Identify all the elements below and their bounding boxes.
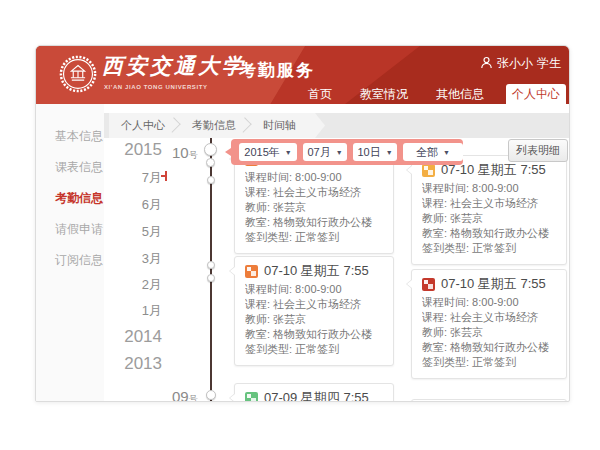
page: 西安交通大学 XI'AN JIAO TONG UNIVERSITY 考勤服务 张…	[0, 0, 600, 450]
content-area: 个人中心 考勤信息 时间轴 2015 7月 6月 5月 3月 2月 1月 201…	[104, 104, 569, 402]
sidebar-item-subscription-info[interactable]: 订阅信息	[36, 245, 104, 276]
year-dropdown[interactable]: 2015年▼	[239, 143, 297, 161]
timeline-year-2014[interactable]: 2014	[104, 327, 162, 347]
app-body: 基本信息 课表信息 考勤信息 请假申请 订阅信息 个人中心 考勤信息 时间轴 2…	[36, 104, 569, 402]
timeline-month-may[interactable]: 5月	[104, 223, 162, 241]
breadcrumb: 个人中心 考勤信息 时间轴	[109, 113, 325, 138]
nav-item-home[interactable]: 首页	[302, 84, 338, 104]
sidebar-item-attendance-info[interactable]: 考勤信息	[36, 183, 104, 214]
university-name-zh: 西安交通大学	[102, 52, 246, 80]
attendance-card: 07-09 星期四 7:55	[234, 383, 394, 402]
timeline-month-jul[interactable]: 7月	[104, 169, 162, 187]
timeline-node[interactable]	[207, 261, 215, 269]
university-logo-icon	[59, 55, 97, 93]
timeline-node[interactable]	[207, 176, 215, 184]
timeline-filter-bar: 2015年▼ 07月▼ 10日▼ 全部▼	[231, 139, 463, 165]
current-month-marker	[165, 171, 167, 181]
timeline-year-2015[interactable]: 2015	[104, 140, 162, 160]
breadcrumb-attendance-info[interactable]: 考勤信息	[180, 113, 251, 138]
timeline-node[interactable]	[204, 143, 217, 156]
person-icon	[480, 56, 493, 72]
card-title: 07-09 星期四 7:55	[245, 391, 383, 402]
chevron-down-icon: ▼	[386, 149, 393, 156]
university-name-en: XI'AN JIAO TONG UNIVERSITY	[104, 84, 208, 90]
breadcrumb-timeline[interactable]: 时间轴	[251, 113, 311, 138]
card-fields: 课程时间: 8:00-9:00课程: 社会主义市场经济 教师: 张芸京教室: 格…	[245, 170, 383, 245]
attendance-card: 07-10 星期五 7:55 课程时间: 8:00-9:00课程: 社会主义市场…	[411, 269, 567, 379]
nav-item-other-info[interactable]: 其他信息	[430, 84, 490, 104]
timeline-year-2013[interactable]: 2013	[104, 354, 162, 374]
attendance-app-window: 西安交通大学 XI'AN JIAO TONG UNIVERSITY 考勤服务 张…	[35, 45, 570, 402]
attendance-card: 07-10 星期五 7:55 课程时间: 8:00-9:00课程: 社会主义市场…	[411, 155, 567, 265]
service-title: 考勤服务	[239, 59, 315, 82]
attendance-card: 07-10 星期五 7:55 课程时间: 8:00-9:00课程: 社会主义市场…	[234, 256, 394, 366]
signin-status-icon	[245, 265, 258, 278]
card-title: 07-10 星期五 7:55	[422, 277, 556, 291]
timeline-day-10[interactable]: 10号	[172, 144, 198, 162]
day-dropdown[interactable]: 10日▼	[353, 143, 397, 161]
timeline-node[interactable]	[206, 158, 215, 167]
timeline-panel: 2015 7月 6月 5月 3月 2月 1月 2014 2013 10号	[104, 138, 569, 402]
month-dropdown[interactable]: 07月▼	[303, 143, 347, 161]
nav-item-personal-center[interactable]: 个人中心	[506, 84, 566, 104]
nav-item-classrooms[interactable]: 教室情况	[354, 84, 414, 104]
signin-status-icon	[422, 164, 435, 177]
timeline-month-mar[interactable]: 3月	[104, 250, 162, 268]
chevron-down-icon: ▼	[443, 149, 450, 156]
timeline-node[interactable]	[207, 274, 215, 282]
sidebar: 基本信息 课表信息 考勤信息 请假申请 订阅信息	[36, 104, 104, 402]
app-header: 西安交通大学 XI'AN JIAO TONG UNIVERSITY 考勤服务 张…	[36, 46, 569, 104]
timeline-node[interactable]	[206, 390, 216, 400]
card-fields: 课程时间: 8:00-9:00课程: 社会主义市场经济 教师: 张芸京教室: 格…	[422, 181, 556, 256]
timeline-month-feb[interactable]: 2月	[104, 276, 162, 294]
user-role: 学生	[537, 55, 561, 72]
card-fields: 课程时间: 8:00-9:00课程: 社会主义市场经济 教师: 张芸京教室: 格…	[245, 282, 383, 357]
sidebar-item-leave-request[interactable]: 请假申请	[36, 214, 104, 245]
user-name: 张小小	[497, 55, 533, 72]
card-fields: 课程时间: 8:00-9:00课程: 社会主义市场经济 教师: 张芸京教室: 格…	[422, 295, 556, 370]
card-title: 07-10 星期五 7:55	[245, 264, 383, 278]
list-detail-button[interactable]: 列表明细	[508, 139, 568, 162]
sidebar-item-basic-info[interactable]: 基本信息	[36, 121, 104, 152]
breadcrumb-strip: 个人中心 考勤信息 时间轴	[104, 113, 569, 138]
timeline-month-jun[interactable]: 6月	[104, 196, 162, 214]
signin-status-icon	[245, 392, 258, 403]
timeline-month-jan[interactable]: 1月	[104, 302, 162, 320]
chevron-down-icon: ▼	[285, 149, 292, 156]
breadcrumb-personal-center[interactable]: 个人中心	[109, 113, 180, 138]
chevron-down-icon: ▼	[336, 149, 343, 156]
user-info[interactable]: 张小小 学生	[480, 55, 561, 72]
signin-status-icon	[422, 278, 435, 291]
timeline-day-09[interactable]: 09号	[172, 388, 198, 402]
type-dropdown[interactable]: 全部▼	[403, 143, 463, 161]
main-nav: 首页 教室情况 其他信息 个人中心	[302, 84, 569, 104]
sidebar-item-schedule-info[interactable]: 课表信息	[36, 152, 104, 183]
card-title: 07-10 星期五 7:55	[422, 163, 556, 177]
attendance-card-partial	[411, 399, 567, 402]
